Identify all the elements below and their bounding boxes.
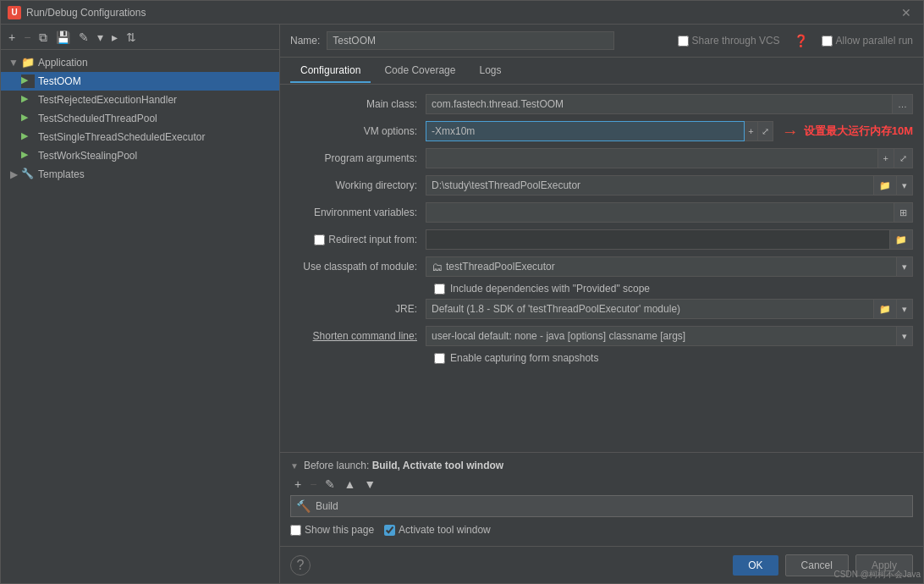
collapse-arrow-icon: ▶ [8, 168, 19, 180]
activate-tool-check: Activate tool window [384, 524, 491, 536]
name-label: Name: [290, 35, 320, 47]
env-vars-label: Environment variables: [290, 207, 426, 218]
bottom-bar: ? OK Cancel Apply [280, 546, 923, 583]
enable-capturing-label[interactable]: Enable capturing form snapshots [450, 352, 598, 364]
show-page-label[interactable]: Show this page [305, 524, 374, 536]
working-dir-row: Working directory: 📁 ▾ [290, 174, 913, 196]
main-class-input[interactable] [426, 94, 893, 114]
tab-configuration[interactable]: Configuration [290, 59, 371, 83]
redirect-input[interactable] [426, 229, 890, 250]
name-input[interactable] [327, 31, 614, 50]
jre-dropdown-button[interactable]: ▾ [897, 299, 913, 319]
classpath-dropdown-button[interactable]: ▾ [897, 256, 913, 277]
run-config-icon: ▶ [21, 112, 35, 125]
run-config-icon: ▶ [21, 93, 35, 107]
activate-tool-label[interactable]: Activate tool window [399, 524, 491, 536]
ok-button[interactable]: OK [733, 555, 778, 576]
program-args-input-group: + ⤢ [426, 148, 913, 168]
sort-button[interactable]: ⇅ [124, 30, 139, 45]
tree-item-testoom[interactable]: ▶ TestOOM [1, 72, 279, 91]
show-page-checkbox[interactable] [290, 525, 301, 536]
bl-edit-button[interactable]: ✎ [322, 477, 338, 492]
bl-add-button[interactable]: + [292, 477, 304, 492]
tree-item-testwork[interactable]: ▶ TestWorkStealingPool [1, 146, 279, 165]
before-launch-title: Before launch: Build, Activate tool wind… [304, 460, 503, 471]
tree-item-testrejected[interactable]: ▶ TestRejectedExecutionHandler [1, 91, 279, 109]
activate-tool-checkbox[interactable] [384, 525, 395, 536]
bl-up-button[interactable]: ▲ [341, 477, 358, 492]
save-config-button[interactable]: 💾 [53, 30, 73, 45]
right-panel: Name: Share through VCS ❓ Allow parallel… [280, 25, 923, 583]
shorten-cmd-value: user-local default: none - java [options… [432, 330, 891, 342]
bl-remove-button[interactable]: − [307, 477, 319, 492]
working-dir-input[interactable] [426, 175, 874, 196]
env-vars-input[interactable] [426, 202, 894, 223]
vm-shrink-button[interactable]: ⤢ [758, 121, 773, 141]
allow-parallel-label[interactable]: Allow parallel run [822, 35, 913, 47]
app-icon: U [8, 6, 21, 19]
apply-button[interactable]: Apply [855, 554, 913, 576]
bl-down-button[interactable]: ▼ [361, 477, 378, 492]
cancel-button[interactable]: Cancel [785, 554, 849, 576]
run-debug-dialog: U Run/Debug Configurations ✕ + − ⧉ 💾 ✎ ▾… [0, 0, 924, 584]
working-dir-folder-button[interactable]: 📁 [874, 175, 897, 196]
program-args-row: Program arguments: + ⤢ [290, 147, 913, 169]
name-row: Name: Share through VCS ❓ Allow parallel… [280, 25, 923, 58]
add-config-button[interactable]: + [6, 30, 18, 45]
vm-annotation: → 设置最大运行内存10M [782, 122, 913, 141]
working-dir-dropdown-button[interactable]: ▾ [897, 175, 913, 196]
share-vcs-label[interactable]: Share through VCS [678, 35, 780, 47]
jre-value: Default (1.8 - SDK of 'testThreadPoolExe… [432, 303, 868, 315]
redirect-checkbox[interactable] [314, 234, 325, 245]
vm-expand-button[interactable]: + [745, 121, 757, 141]
tree-item-testsingle[interactable]: ▶ TestSingleThreadScheduledExecutor [1, 128, 279, 146]
main-class-input-group: … [426, 94, 913, 114]
classpath-label: Use classpath of module: [290, 261, 426, 273]
jre-folder-button[interactable]: 📁 [874, 299, 897, 319]
tree-application-group[interactable]: ▼ 📁 Application [1, 53, 279, 72]
before-launch-collapse-icon[interactable]: ▼ [290, 461, 299, 471]
vm-options-input[interactable] [426, 121, 745, 141]
program-args-label: Program arguments: [290, 152, 426, 164]
left-toolbar: + − ⧉ 💾 ✎ ▾ ▸ ⇅ [1, 25, 279, 50]
shorten-cmd-select-group: user-local default: none - java [options… [426, 326, 913, 346]
redirect-folder-button[interactable]: 📁 [890, 229, 913, 250]
before-launch-text: Before launch: [304, 460, 372, 471]
share-vcs-checkbox[interactable] [678, 36, 689, 47]
before-launch-toolbar: + − ✎ ▲ ▼ [290, 477, 913, 492]
remove-config-button[interactable]: − [21, 30, 33, 45]
shorten-cmd-dropdown-button[interactable]: ▾ [897, 326, 913, 346]
program-args-expand-button[interactable]: + [878, 148, 894, 168]
tree-item-label: TestScheduledThreadPool [38, 113, 157, 124]
program-args-input[interactable] [426, 148, 878, 168]
program-args-shrink-button[interactable]: ⤢ [894, 148, 913, 168]
enable-capturing-checkbox[interactable] [434, 353, 445, 364]
help-button[interactable]: ? [290, 555, 311, 576]
jre-select-group: Default (1.8 - SDK of 'testThreadPoolExe… [426, 299, 913, 319]
tab-code-coverage[interactable]: Code Coverage [374, 59, 465, 83]
classpath-row: Use classpath of module: 🗂 testThreadPoo… [290, 256, 913, 278]
before-launch-header: ▼ Before launch: Build, Activate tool wi… [290, 460, 913, 471]
expand-button[interactable]: ▾ [95, 30, 106, 45]
include-deps-label[interactable]: Include dependencies with "Provided" sco… [450, 283, 650, 295]
shorten-cmd-row: Shorten command line: user-local default… [290, 325, 913, 347]
tree-item-testscheduled[interactable]: ▶ TestScheduledThreadPool [1, 109, 279, 128]
collapse-button[interactable]: ▸ [109, 30, 120, 45]
main-content: + − ⧉ 💾 ✎ ▾ ▸ ⇅ ▼ 📁 Application ▶ [1, 25, 923, 583]
tree-templates-group[interactable]: ▶ 🔧 Templates [1, 165, 279, 184]
working-dir-input-group: 📁 ▾ [426, 175, 913, 196]
allow-parallel-checkbox[interactable] [822, 36, 833, 47]
vm-options-input-group: + ⤢ [426, 121, 773, 141]
main-class-browse-button[interactable]: … [893, 94, 913, 114]
copy-config-button[interactable]: ⧉ [36, 30, 50, 45]
working-dir-label: Working directory: [290, 179, 426, 191]
classpath-select-group: 🗂 testThreadPoolExecutor ▾ [426, 256, 913, 277]
close-button[interactable]: ✕ [896, 4, 916, 21]
tab-logs[interactable]: Logs [469, 59, 511, 83]
include-deps-checkbox[interactable] [434, 284, 445, 295]
build-item[interactable]: 🔨 Build [290, 495, 913, 517]
env-vars-edit-button[interactable]: ⊞ [894, 202, 913, 223]
config-tree: ▼ 📁 Application ▶ TestOOM ▶ TestRejected… [1, 50, 279, 583]
edit-config-button[interactable]: ✎ [76, 30, 91, 45]
redirect-input-group: 📁 [426, 229, 913, 250]
